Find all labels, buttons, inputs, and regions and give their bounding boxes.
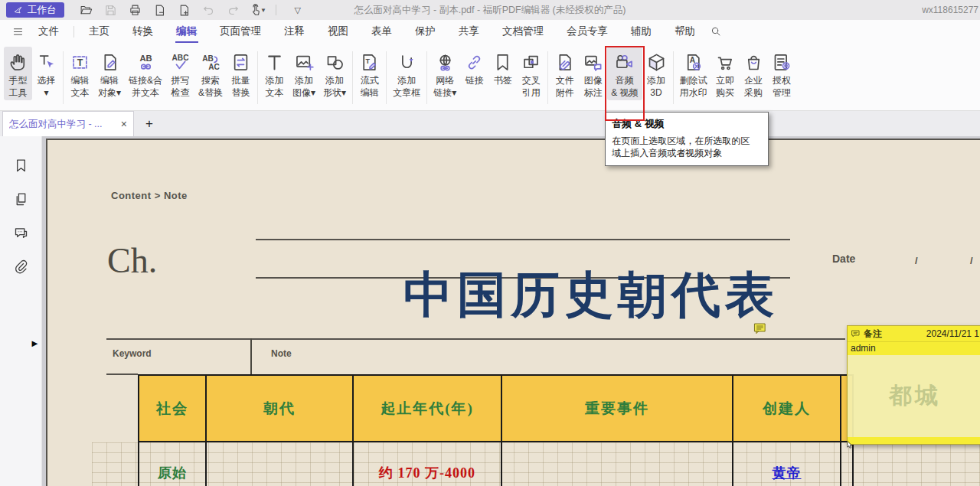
- toolbar-button-buy-now[interactable]: 立即购买: [711, 47, 740, 100]
- article-box-icon: [397, 49, 417, 75]
- menu-form[interactable]: 表单: [360, 20, 403, 43]
- divider: [257, 51, 258, 104]
- toolbar-button-edit-text[interactable]: T 编辑文本: [66, 47, 94, 100]
- titlebar: 工作台 ▼ ▽ 怎么面对高中学习 - 副本.pdf - 福昕PDF编辑器 (未经…: [0, 0, 980, 20]
- divider: [673, 51, 674, 104]
- add-page-icon[interactable]: [175, 2, 194, 18]
- menu-convert[interactable]: 转换: [121, 20, 165, 43]
- sticky-note-popup[interactable]: 备注 2024/11/21 1 admin 都城: [847, 325, 980, 445]
- toolbar-button-hand-tool[interactable]: 手型工具: [4, 47, 32, 100]
- sticky-note-header[interactable]: 备注 2024/11/21 1: [848, 326, 980, 341]
- toolbar-button-label: 音频& 视频: [611, 75, 638, 99]
- menu-accessibility[interactable]: 辅助: [619, 20, 663, 43]
- collapse-toolbar-icon[interactable]: ▽: [295, 5, 301, 15]
- toolbar-button-label: 编辑对象▾: [98, 75, 121, 99]
- menu-page-management[interactable]: 页面管理: [208, 20, 273, 43]
- extract-page-icon[interactable]: [150, 2, 170, 18]
- print-icon[interactable]: [126, 2, 145, 18]
- hamburger-icon[interactable]: [12, 26, 24, 38]
- menu-edit[interactable]: 编辑: [165, 20, 208, 43]
- toolbar-button-add-article-box[interactable]: 添加文章框: [389, 47, 424, 100]
- undo-icon[interactable]: [199, 2, 219, 18]
- audio-video-tooltip: 音频 & 视频 在页面上选取区域，在所选取的区 域上插入音频或者视频对象: [605, 112, 769, 166]
- toolbar-button-remove-trial-watermark[interactable]: A 删除试用水印: [676, 47, 711, 100]
- note-annotation-icon[interactable]: [753, 322, 766, 338]
- toolbar-button-link[interactable]: 链接: [460, 47, 488, 89]
- image-annotation-icon: [583, 49, 603, 75]
- flow-edit-icon: T: [359, 49, 380, 75]
- workspace-button[interactable]: 工作台: [6, 2, 64, 18]
- caret-down-icon: ▼: [260, 7, 266, 14]
- toolbar-button-label: 删除试用水印: [680, 75, 707, 99]
- toolbar-button-label: 企业采购: [744, 75, 763, 99]
- toolbar-button-flow-edit[interactable]: T 流式编辑: [355, 47, 384, 100]
- open-file-icon[interactable]: [77, 2, 96, 18]
- toolbar-button-file-attachment[interactable]: 文件附件: [550, 47, 579, 100]
- document-tab[interactable]: 怎么面对高中学习 - ... ×: [2, 111, 134, 136]
- column-divider: [250, 338, 252, 374]
- toolbar-button-enterprise-purchase[interactable]: 企业采购: [740, 47, 768, 100]
- toolbar-button-label: 手型工具: [9, 75, 28, 99]
- sticky-note-date: 2024/11/21 1: [926, 328, 979, 339]
- menu-comment[interactable]: 注释: [273, 20, 316, 43]
- search-icon[interactable]: [710, 25, 722, 38]
- toolbar-button-image-annotation[interactable]: 图像标注: [579, 47, 607, 100]
- hand-icon: [8, 49, 28, 75]
- toolbar-button-audio-video[interactable]: 音频& 视频 音频 & 视频 在页面上选取区域，在所选取的区 域上插入音频或者视…: [607, 47, 642, 100]
- menu-member-exclusive[interactable]: 会员专享: [555, 20, 619, 43]
- divider: [352, 51, 353, 104]
- toolbar-button-search-replace[interactable]: ABAC 搜索&替换: [194, 47, 227, 100]
- toolbar-button-label: 链接&合并文本: [129, 75, 162, 99]
- divider: [74, 26, 74, 38]
- toolbar-button-web-link[interactable]: 网络链接▾: [430, 47, 460, 100]
- sticky-note-body[interactable]: 都城: [848, 355, 980, 437]
- toolbar-button-add-image[interactable]: 添加图像▾: [289, 47, 319, 100]
- toolbar-button-license-management[interactable]: 授权管理: [768, 47, 796, 100]
- cross-reference-icon: [521, 49, 541, 75]
- toolbar-button-spell-check[interactable]: ABC 拼写检查: [166, 47, 194, 100]
- svg-text:ABC: ABC: [172, 54, 190, 62]
- toolbar-button-batch-replace[interactable]: 批量替换: [227, 47, 255, 100]
- tooltip-text: 在页面上选取区域，在所选取的区: [612, 135, 762, 147]
- select-cursor-icon: [36, 49, 57, 75]
- toolbar-button-cross-reference[interactable]: 交叉引用: [517, 47, 545, 100]
- hand-pointer-icon[interactable]: ▼: [248, 2, 268, 18]
- toolbar-button-add-shape[interactable]: 添加形状▾: [319, 47, 350, 100]
- close-tab-icon[interactable]: ×: [121, 118, 127, 130]
- attachments-panel-icon[interactable]: [13, 259, 29, 275]
- tabbar: 怎么面对高中学习 - ... × +: [0, 111, 980, 136]
- bookmarks-panel-icon[interactable]: [13, 158, 29, 174]
- pages-panel-icon[interactable]: [13, 191, 29, 207]
- toolbar-button-edit-object[interactable]: 编辑对象▾: [94, 47, 125, 100]
- cell-society: 原始: [139, 441, 207, 486]
- toolbar-button-label: 文件附件: [556, 75, 574, 99]
- menu-home[interactable]: 主页: [77, 20, 121, 43]
- founder-link[interactable]: 黄帝: [773, 464, 802, 482]
- new-tab-button[interactable]: +: [134, 111, 165, 136]
- link-icon: [464, 49, 485, 75]
- menu-view[interactable]: 视图: [316, 20, 360, 43]
- sticky-note-footer: [848, 437, 980, 444]
- remove-watermark-icon: A: [683, 49, 704, 75]
- table-row: 原始 约 170 万-4000 黄帝: [139, 441, 852, 486]
- toolbar-button-bookmark[interactable]: 书签: [488, 47, 517, 89]
- menu-document-management[interactable]: 文档管理: [491, 20, 555, 43]
- menu-help[interactable]: 帮助: [663, 20, 707, 43]
- toolbar-button-link-merge-text[interactable]: AB 链接&合并文本: [125, 47, 166, 100]
- menu-protect[interactable]: 保护: [403, 20, 447, 43]
- toolbar-button-label: 添加形状▾: [323, 75, 346, 99]
- comments-panel-icon[interactable]: [13, 225, 29, 241]
- toolbar-button-label: 批量替换: [232, 75, 250, 99]
- toolbar-button-add-3d[interactable]: 添加3D: [642, 47, 671, 100]
- toolbar-button-label: 流式编辑: [361, 75, 379, 99]
- expand-panel-handle[interactable]: ►: [30, 338, 40, 349]
- toolbar-button-add-text[interactable]: 添加文本: [260, 47, 289, 100]
- menu-file[interactable]: 文件: [27, 20, 70, 43]
- redo-icon[interactable]: [224, 2, 243, 18]
- toolbar-button-select[interactable]: 选择▾: [32, 47, 60, 100]
- date-slash: /: [970, 255, 973, 266]
- save-icon[interactable]: [101, 2, 121, 18]
- add-image-icon: [294, 49, 315, 75]
- menu-share[interactable]: 共享: [447, 20, 491, 43]
- dynasty-table: 社会 朝代 起止年代(年) 重要事件 创建人 原始 约 170 万-4000 黄…: [138, 374, 854, 486]
